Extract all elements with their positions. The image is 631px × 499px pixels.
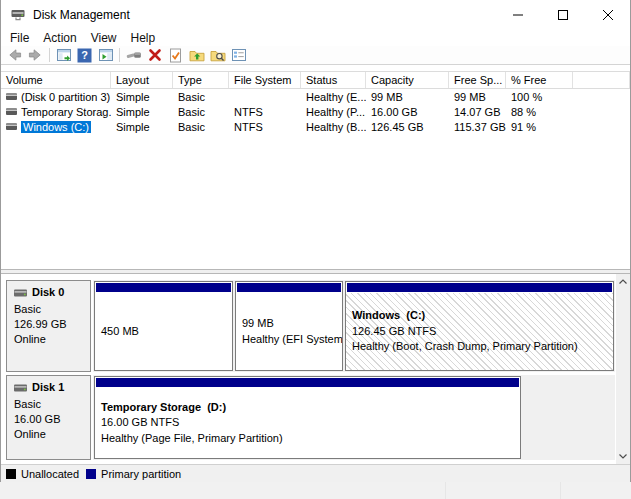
console-tree-icon xyxy=(56,48,72,63)
menu-file[interactable]: File xyxy=(3,30,36,46)
partition-label: Temporary Storage (D:) xyxy=(101,400,520,416)
partition-size: 126.45 GB NTFS xyxy=(352,324,613,340)
strip-divider xyxy=(445,482,446,499)
minimize-icon xyxy=(513,10,523,20)
tool-button[interactable] xyxy=(123,47,144,64)
delete-volume-button[interactable] xyxy=(144,47,165,64)
partition-label: Windows (C:) xyxy=(352,308,613,324)
disk-1-partitions: Temporary Storage (D:) 16.00 GB NTFS Hea… xyxy=(93,375,615,460)
volume-icon xyxy=(6,123,17,130)
minimize-button[interactable] xyxy=(495,0,540,29)
toolbar-separator xyxy=(119,48,120,62)
disk-size: 126.99 GB xyxy=(14,317,88,332)
screen: Disk Management File Action View Help xyxy=(0,0,631,499)
disk-management-window: Disk Management File Action View Help xyxy=(0,0,631,482)
forward-icon xyxy=(28,48,43,62)
cell-pct-free: 91 % xyxy=(506,121,573,133)
disk-type: Basic xyxy=(14,397,88,412)
maximize-icon xyxy=(558,10,568,20)
disk-status: Online xyxy=(14,332,88,347)
column-header-volume[interactable]: Volume xyxy=(1,72,111,88)
close-button[interactable] xyxy=(585,0,630,29)
change-drive-letter-button[interactable] xyxy=(186,47,207,64)
menu-help[interactable]: Help xyxy=(124,30,163,46)
column-header-status[interactable]: Status xyxy=(301,72,366,88)
maximize-button[interactable] xyxy=(540,0,585,29)
graphical-view: Disk 0 Basic 126.99 GB Online 450 MB xyxy=(1,274,630,464)
partition-windows-c-selected[interactable]: Windows (C:) 126.45 GB NTFS Healthy (Boo… xyxy=(345,281,614,371)
help-button[interactable]: ? xyxy=(74,47,95,64)
disk-name: Disk 0 xyxy=(32,285,64,300)
volume-row-temporary-storage[interactable]: Temporary Storag... Simple Basic NTFS He… xyxy=(1,104,630,119)
partition-efi-system[interactable]: 99 MB Healthy (EFI System I xyxy=(235,281,343,371)
properties-button[interactable] xyxy=(228,47,249,64)
check-document-icon xyxy=(168,48,183,63)
disk-0-row: Disk 0 Basic 126.99 GB Online 450 MB xyxy=(6,280,615,372)
partition-size: 450 MB xyxy=(101,324,232,340)
column-header-layout[interactable]: Layout xyxy=(111,72,173,88)
background-strip xyxy=(0,482,631,499)
legend-bar: Unallocated Primary partition xyxy=(1,464,630,482)
disk-1-row: Disk 1 Basic 16.00 GB Online Temporary S… xyxy=(6,375,615,460)
cell-status: Healthy (P... xyxy=(301,106,366,118)
mark-partition-button[interactable] xyxy=(165,47,186,64)
window-title: Disk Management xyxy=(33,8,130,22)
primary-partition-band xyxy=(96,283,231,292)
window-controls xyxy=(495,0,630,29)
cell-capacity: 16.00 GB xyxy=(366,106,449,118)
cell-pct-free: 100 % xyxy=(506,91,573,103)
cell-pct-free: 88 % xyxy=(506,106,573,118)
partition-size: 16.00 GB NTFS xyxy=(101,415,520,431)
strip-divider xyxy=(560,482,561,499)
action-pane-icon xyxy=(98,48,114,63)
volume-row-disk0-partition3[interactable]: (Disk 0 partition 3) Simple Basic Health… xyxy=(1,89,630,104)
column-header-filler xyxy=(573,72,630,88)
disk-1-info-panel[interactable]: Disk 1 Basic 16.00 GB Online xyxy=(6,375,91,460)
cell-type: Basic xyxy=(173,91,229,103)
cell-free-space: 14.07 GB xyxy=(449,106,506,118)
menu-action[interactable]: Action xyxy=(36,30,83,46)
primary-partition-band xyxy=(237,283,341,292)
column-header-file-system[interactable]: File System xyxy=(229,72,301,88)
scroll-down-arrow[interactable] xyxy=(616,449,630,464)
legend-label: Unallocated xyxy=(21,468,79,480)
tool-icon xyxy=(126,48,142,62)
disk-name: Disk 1 xyxy=(32,380,64,395)
legend-primary-partition: Primary partition xyxy=(86,468,181,480)
vertical-scrollbar[interactable] xyxy=(616,274,630,464)
folder-magnifier-icon xyxy=(210,48,226,62)
cell-type: Basic xyxy=(173,106,229,118)
show-console-tree-button[interactable] xyxy=(53,47,74,64)
show-action-pane-button[interactable] xyxy=(95,47,116,64)
volume-icon xyxy=(6,108,17,115)
partition-temporary-storage-d[interactable]: Temporary Storage (D:) 16.00 GB NTFS Hea… xyxy=(94,376,521,459)
primary-partition-band xyxy=(96,378,519,387)
menu-bar: File Action View Help xyxy=(1,29,630,46)
column-header-capacity[interactable]: Capacity xyxy=(366,72,449,88)
partition-status: Healthy (EFI System I xyxy=(242,332,342,348)
cell-layout: Simple xyxy=(111,106,173,118)
volume-name: Temporary Storag... xyxy=(21,106,111,118)
partition-450mb[interactable]: 450 MB xyxy=(94,281,233,371)
cell-capacity: 126.45 GB xyxy=(366,121,449,133)
forward-button[interactable] xyxy=(25,47,46,64)
title-bar: Disk Management xyxy=(1,0,630,29)
cell-status: Healthy (E... xyxy=(301,91,366,103)
volume-list-header: Volume Layout Type File System Status Ca… xyxy=(1,71,630,89)
column-header-type[interactable]: Type xyxy=(173,72,229,88)
cell-status: Healthy (B... xyxy=(301,121,366,133)
menu-view[interactable]: View xyxy=(84,30,124,46)
disk-management-app-icon xyxy=(10,7,26,23)
volume-list: Volume Layout Type File System Status Ca… xyxy=(1,65,630,269)
cell-layout: Simple xyxy=(111,91,173,103)
column-header-free-space[interactable]: Free Sp... xyxy=(449,72,506,88)
column-header-pct-free[interactable]: % Free xyxy=(506,72,573,88)
scroll-up-arrow[interactable] xyxy=(616,274,630,289)
explore-button[interactable] xyxy=(207,47,228,64)
disk-drive-icon xyxy=(14,384,27,392)
back-button[interactable] xyxy=(4,47,25,64)
disk-0-partitions: 450 MB 99 MB Healthy (EFI System I W xyxy=(93,280,615,372)
disk-0-info-panel[interactable]: Disk 0 Basic 126.99 GB Online xyxy=(6,280,91,372)
folder-up-arrow-icon xyxy=(189,48,205,62)
volume-row-windows-c-selected[interactable]: Windows (C:) Simple Basic NTFS Healthy (… xyxy=(1,119,630,134)
